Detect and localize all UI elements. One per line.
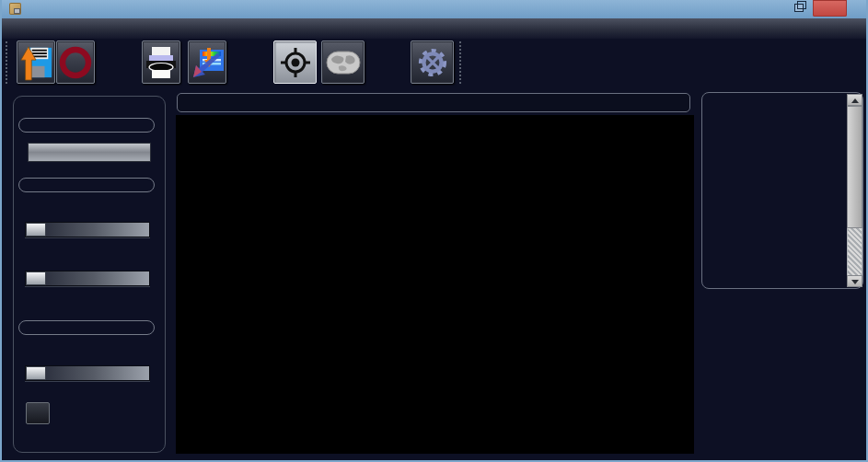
globe-icon [326,51,361,75]
scrollbar-thumb[interactable] [847,106,862,228]
toolbar [2,39,866,87]
minimize-button[interactable] [767,0,785,17]
restore-button[interactable] [790,0,808,17]
scrollbar-up-button[interactable] [847,94,862,106]
scrollbar-down-button[interactable] [847,275,862,287]
menu-item-hilfe[interactable] [50,29,68,32]
crosshair-icon [279,46,312,79]
close-button[interactable] [813,0,847,17]
reset-view-button[interactable] [28,143,151,162]
restore-icon [794,4,804,12]
image-export-icon [189,44,226,81]
dataset-scrollbar [847,94,862,287]
arrow-up-icon [851,98,859,103]
app-icon [9,3,21,15]
transluzenz-slider-handle[interactable] [26,366,46,380]
datenzoom-slider-handle[interactable] [26,223,46,237]
menu-item-datei[interactable] [4,29,22,32]
export-image-button[interactable] [188,40,226,84]
gear-icon [416,46,449,79]
datenzoom-slider[interactable] [25,222,150,237]
group-label-terrain [18,178,155,192]
group-label-gitter [18,320,155,335]
plot-title [177,93,690,112]
load-data-button[interactable] [17,40,55,84]
dataset-list [705,94,843,289]
verdecken-checkbox[interactable] [26,402,50,424]
record-ring-icon [57,44,94,81]
toolbar-grip-2 [459,41,461,84]
settings-button[interactable] [411,40,454,84]
arrow-down-icon [851,280,859,284]
map-view-button[interactable] [321,40,365,84]
menu-bar [2,18,866,39]
heatmap-top-view[interactable] [698,294,856,454]
skalierung-slider-handle[interactable] [26,271,46,285]
scrollbar-track[interactable] [848,228,862,275]
floppy-up-arrow-icon [18,43,53,82]
record-button[interactable] [56,40,95,84]
toolbar-grip [6,41,7,84]
group-label-ansicht [18,118,155,133]
surface-3d-view[interactable] [176,115,694,454]
center-view-button[interactable] [273,40,317,84]
skalierung-slider[interactable] [25,271,150,286]
printer-icon [145,45,178,80]
print-button[interactable] [142,40,180,84]
menu-item-bearbeiten[interactable] [27,29,45,32]
title-bar [0,0,868,18]
transluzenz-slider[interactable] [25,365,150,381]
